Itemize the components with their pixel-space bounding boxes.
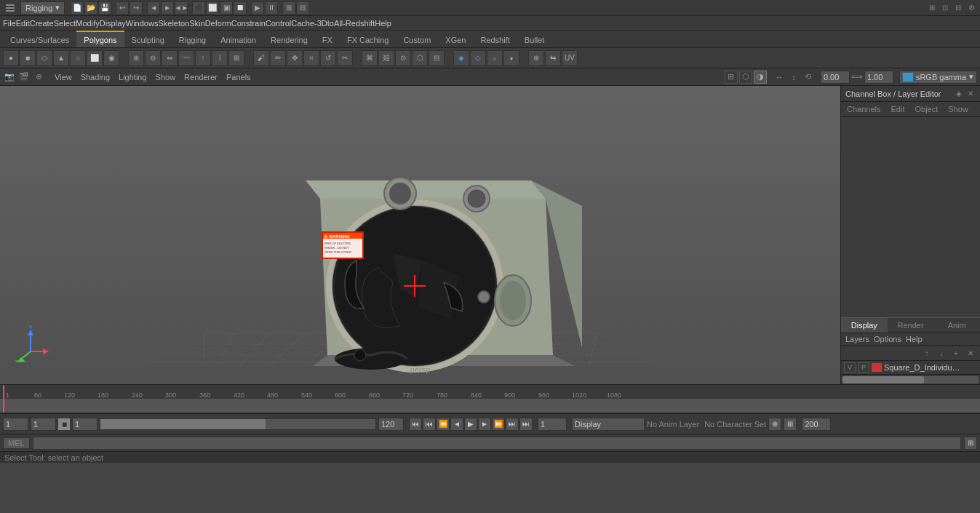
undo-icon[interactable]: ↩ <box>116 1 129 15</box>
dra-tab-render[interactable]: Render <box>888 318 934 333</box>
layers-menu-layers[interactable]: Layers <box>845 335 869 343</box>
mel-label[interactable]: MEL <box>3 437 30 449</box>
skin-menu[interactable]: Skin <box>189 19 204 28</box>
mirror-icon[interactable]: ⇔ <box>162 50 178 66</box>
loop-icon[interactable]: ↺ <box>320 50 336 66</box>
viewport[interactable]: ⚠ WARNING RISK OF ELECTRIC SHOCK - DO NO… <box>0 86 840 384</box>
combine-icon[interactable]: ⊕ <box>128 50 144 66</box>
layout-icon1[interactable]: ⊞ <box>926 2 938 14</box>
tab-polygons[interactable]: Polygons <box>76 31 124 47</box>
tab-redshift[interactable]: Redshift <box>473 31 517 47</box>
show-menu[interactable]: Show <box>152 71 180 83</box>
transform-y-icon[interactable]: ↕ <box>787 71 800 84</box>
tab-xgen[interactable]: XGen <box>438 31 473 47</box>
timeline-range-bar[interactable] <box>100 418 376 430</box>
char-set-icon2[interactable]: ⊞ <box>784 418 797 431</box>
icon3[interactable]: ◄► <box>175 1 188 15</box>
panels-menu[interactable]: Panels <box>223 71 255 83</box>
mel-input[interactable] <box>33 437 961 450</box>
coord-x-field[interactable]: 0.00 <box>821 71 850 84</box>
range-max-input[interactable] <box>378 418 404 431</box>
lighting-menu[interactable]: Lighting <box>115 71 151 83</box>
edge-icon[interactable]: ⌗ <box>303 50 319 66</box>
back-btn[interactable]: ◄ <box>450 418 463 431</box>
display-menu[interactable]: Display <box>100 19 126 28</box>
cb-close-icon[interactable]: ✕ <box>965 89 976 99</box>
colorspace-dropdown[interactable]: sRGB gamma ▾ <box>899 71 977 84</box>
tab-bullet[interactable]: Bullet <box>517 31 552 47</box>
paint-icon[interactable]: 🖌 <box>253 50 269 66</box>
snap-icon4[interactable]: 🔲 <box>234 1 247 15</box>
layout-icon3[interactable]: ⊟ <box>952 2 964 14</box>
anim-layer-input[interactable] <box>572 418 645 431</box>
tab-rendering[interactable]: Rendering <box>263 31 315 47</box>
redshift-menu[interactable]: Redshift <box>346 19 375 28</box>
tab-fx-caching[interactable]: FX Caching <box>340 31 396 47</box>
mel-icon[interactable]: ⊞ <box>964 437 977 450</box>
open-file-icon[interactable]: 📂 <box>84 1 97 15</box>
view-menu[interactable]: View <box>51 71 76 83</box>
char-set-icon1[interactable]: ⊕ <box>768 418 781 431</box>
redo-icon[interactable]: ↪ <box>130 1 143 15</box>
filmgate-icon[interactable]: 🎬 <box>17 71 31 84</box>
layers-menu-options[interactable]: Options <box>874 335 901 343</box>
next-frame-btn[interactable]: ⏭ <box>506 418 519 431</box>
collapse-icon[interactable]: ⊟ <box>429 50 445 66</box>
bridge-icon[interactable]: ⌇ <box>212 50 228 66</box>
connect-icon[interactable]: ⛓ <box>378 50 394 66</box>
sel3-icon[interactable]: ⬦ <box>487 50 503 66</box>
end-frame-input[interactable] <box>802 418 831 431</box>
layers-menu-help[interactable]: Help <box>906 335 923 343</box>
icon1[interactable]: ◄ <box>147 1 160 15</box>
transform-z-icon[interactable]: ⟲ <box>802 71 815 84</box>
cone-icon[interactable]: ▲ <box>53 50 69 66</box>
select-menu[interactable]: Select <box>54 19 76 28</box>
disc-icon[interactable]: ◉ <box>103 50 119 66</box>
bevel-icon[interactable]: ⌘ <box>362 50 378 66</box>
icon2[interactable]: ► <box>161 1 174 15</box>
tab-fx[interactable]: FX <box>315 31 340 47</box>
play-end-btn[interactable]: ⏭ <box>519 418 533 431</box>
modify-menu[interactable]: Modify <box>76 19 99 28</box>
layer-add-icon[interactable]: + <box>949 347 963 359</box>
cb-tab-channels[interactable]: Channels <box>844 103 883 115</box>
append-icon[interactable]: ⊞ <box>228 50 244 66</box>
layer-scrollbar[interactable] <box>841 374 980 384</box>
icon-a2[interactable]: ⊟ <box>296 1 309 15</box>
sel1-icon[interactable]: ◈ <box>453 50 469 66</box>
coord-y-field[interactable]: 1.00 <box>864 71 893 84</box>
cylinder-icon[interactable]: ⬭ <box>36 50 52 66</box>
extrude-icon[interactable]: ↑ <box>195 50 211 66</box>
layer-p-btn[interactable]: P <box>858 362 869 373</box>
save-file-icon[interactable]: 💾 <box>98 1 111 15</box>
target-weld-icon[interactable]: ⊙ <box>395 50 411 66</box>
edit-menu[interactable]: Edit <box>16 19 30 28</box>
smooth-icon[interactable]: 〰 <box>178 50 194 66</box>
threedtoall-menu[interactable]: -3DtoAll- <box>314 19 346 28</box>
sym-icon[interactable]: ⇆ <box>545 50 561 66</box>
rigging-dropdown[interactable]: Rigging ▾ <box>20 1 65 15</box>
current-frame-display[interactable] <box>538 418 567 431</box>
wireframe-icon[interactable]: ⬡ <box>739 71 752 84</box>
skeleton-menu[interactable]: Skeleton <box>158 19 189 28</box>
tab-rigging[interactable]: Rigging <box>172 31 213 47</box>
windows-menu[interactable]: Windows <box>126 19 159 28</box>
layer-delete-icon[interactable]: ✕ <box>964 347 977 359</box>
snap-icon2[interactable]: ⬜ <box>206 1 219 15</box>
smooth-shade-icon[interactable]: ◑ <box>754 71 767 84</box>
create-menu[interactable]: Create <box>30 19 54 28</box>
control-menu[interactable]: Control <box>266 19 291 28</box>
settings-icon[interactable]: ⚙ <box>965 2 977 14</box>
separate-icon[interactable]: ⊖ <box>145 50 161 66</box>
tab-curves-surfaces[interactable]: Curves/Surfaces <box>3 31 76 47</box>
constrain-menu[interactable]: Constrain <box>231 19 266 28</box>
transform-x-icon[interactable]: ↔ <box>773 71 786 84</box>
layer-down-icon[interactable]: ↓ <box>935 347 948 359</box>
torus-icon[interactable]: ○ <box>70 50 86 66</box>
play-btn[interactable]: ▶ <box>464 418 477 431</box>
shading-menu[interactable]: Shading <box>77 71 113 83</box>
tab-animation[interactable]: Animation <box>213 31 263 47</box>
layout-icon2[interactable]: ⊡ <box>939 2 951 14</box>
frame-start-input[interactable] <box>3 418 28 431</box>
layer-vis-btn[interactable]: V <box>844 362 856 373</box>
